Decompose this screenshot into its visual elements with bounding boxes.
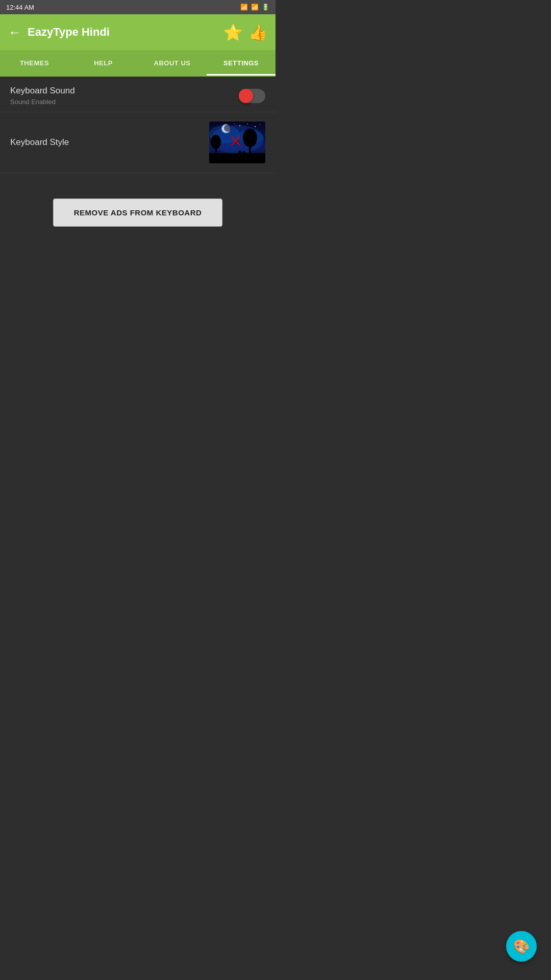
- keyboard-style-label: Keyboard Style: [10, 137, 69, 148]
- toggle-thumb: [239, 89, 253, 103]
- keyboard-style-preview[interactable]: [209, 121, 265, 163]
- tab-bar: THEMES HELP ABOUT US SETTINGS: [0, 50, 276, 77]
- svg-point-22: [242, 151, 245, 154]
- svg-point-9: [255, 126, 256, 127]
- battery-icon: 🔋: [262, 4, 269, 11]
- svg-point-6: [224, 125, 231, 132]
- svg-rect-15: [209, 153, 265, 163]
- tab-about[interactable]: ABOUT US: [138, 50, 207, 76]
- svg-point-20: [238, 151, 241, 154]
- remove-ads-container: REMOVE ADS FROM KEYBOARD: [0, 173, 276, 252]
- svg-rect-21: [239, 154, 241, 158]
- svg-point-11: [234, 124, 235, 124]
- svg-rect-23: [243, 154, 245, 158]
- header-actions: ⭐ 👍: [223, 23, 267, 41]
- tab-help[interactable]: HELP: [69, 50, 138, 76]
- remove-ads-button[interactable]: REMOVE ADS FROM KEYBOARD: [53, 199, 223, 227]
- keyboard-sound-label: Keyboard Sound: [10, 86, 75, 96]
- back-button[interactable]: ←: [8, 24, 21, 40]
- status-icons: 📶 📶 🔋: [240, 4, 269, 11]
- toggle-track: [239, 89, 265, 103]
- sound-toggle[interactable]: [239, 89, 265, 103]
- keyboard-sound-text: Keyboard Sound Sound Enabled: [10, 86, 75, 106]
- tab-themes[interactable]: THEMES: [0, 50, 69, 76]
- header-title: EazyType Hindi: [28, 26, 223, 39]
- signal-icon: 📶: [251, 4, 259, 11]
- app-header: ← EazyType Hindi ⭐ 👍: [0, 14, 276, 50]
- svg-point-7: [239, 125, 240, 126]
- status-bar: 12:44 AM 📶 📶 🔋: [0, 0, 276, 14]
- status-time: 12:44 AM: [6, 4, 34, 11]
- svg-point-10: [260, 124, 260, 125]
- keyboard-style-row[interactable]: Keyboard Style: [0, 112, 276, 173]
- svg-point-19: [243, 129, 257, 147]
- svg-point-8: [247, 124, 248, 125]
- star-icon[interactable]: ⭐: [223, 23, 242, 41]
- keyboard-sound-row: Keyboard Sound Sound Enabled: [0, 77, 276, 112]
- keyboard-preview-svg: [209, 121, 265, 163]
- thumbs-up-icon[interactable]: 👍: [248, 23, 267, 41]
- wifi-icon: 📶: [240, 4, 248, 11]
- toggle-switch[interactable]: [239, 89, 265, 103]
- keyboard-sound-sublabel: Sound Enabled: [10, 98, 75, 106]
- svg-point-17: [211, 135, 221, 149]
- settings-content: Keyboard Sound Sound Enabled Keyboard St…: [0, 77, 276, 252]
- tab-settings[interactable]: SETTINGS: [207, 50, 276, 76]
